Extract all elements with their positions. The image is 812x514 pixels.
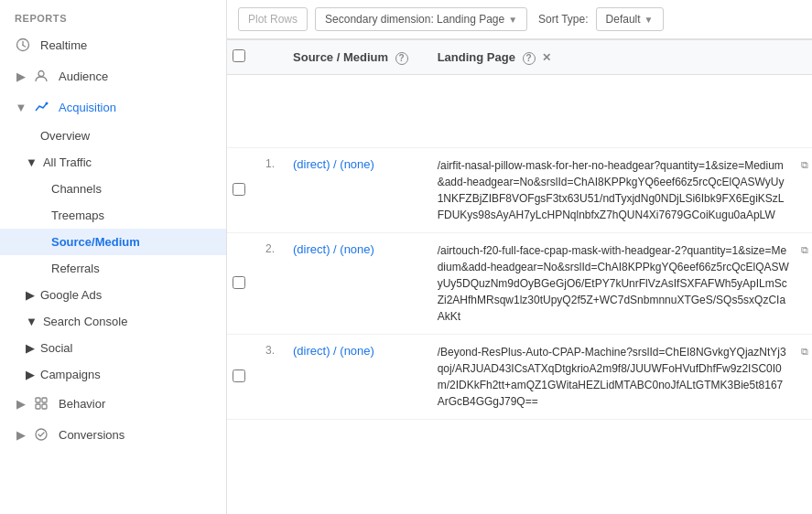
sidebar-item-audience[interactable]: ▶ Audience — [0, 60, 226, 91]
col-source-medium-header: Source / Medium ? — [282, 40, 427, 75]
source-medium-cell: (direct) / (none) — [282, 335, 427, 420]
data-table: Source / Medium ? Landing Page ? ✕ 1. (d… — [227, 39, 812, 420]
select-all-checkbox[interactable] — [233, 49, 245, 62]
chevron-right-icon: ▶ — [15, 70, 27, 82]
clock-icon — [15, 37, 31, 53]
sidebar-item-social[interactable]: ▶ Social — [0, 335, 226, 361]
sidebar-item-social-label: Social — [40, 341, 72, 355]
svg-rect-6 — [42, 398, 47, 402]
table-row: 3. (direct) / (none) /Beyond-ResPlus-Aut… — [227, 335, 812, 420]
sidebar-item-behavior-label: Behavior — [59, 397, 105, 411]
sort-default-label: Default — [606, 13, 641, 26]
sidebar-item-google-ads[interactable]: ▶ Google Ads — [0, 282, 226, 308]
sidebar-item-realtime[interactable]: Realtime — [0, 29, 226, 60]
sidebar: REPORTS Realtime ▶ Audience ▼ — [0, 0, 227, 514]
chevron-down-icon: ▼ — [15, 101, 27, 113]
row-checkbox-cell — [227, 335, 254, 420]
source-medium-help-icon[interactable]: ? — [395, 52, 408, 65]
external-link-icon[interactable]: ⧉ — [801, 344, 808, 359]
chevron-right-icon-googleads: ▶ — [26, 288, 35, 302]
svg-line-2 — [23, 46, 26, 48]
sidebar-item-channels-label: Channels — [51, 182, 102, 196]
sidebar-item-behavior[interactable]: ▶ Behavior — [0, 388, 226, 419]
sidebar-item-treemaps[interactable]: Treemaps — [0, 202, 226, 229]
chevron-down-icon-alltraffic: ▼ — [26, 155, 38, 169]
chevron-right-icon-social: ▶ — [26, 341, 35, 355]
sidebar-item-audience-label: Audience — [59, 70, 108, 83]
sidebar-item-all-traffic[interactable]: ▼ All Traffic — [0, 149, 226, 176]
sidebar-item-treemaps-label: Treemaps — [51, 209, 104, 222]
landing-page-help-icon[interactable]: ? — [523, 52, 536, 65]
sidebar-item-source-medium[interactable]: Source/Medium — [0, 229, 226, 255]
table-row: 1. (direct) / (none) /airfit-nasal-pillo… — [227, 148, 812, 233]
sidebar-item-all-traffic-label: All Traffic — [43, 155, 92, 169]
sidebar-item-conversions[interactable]: ▶ Conversions — [0, 419, 226, 450]
row-checkbox[interactable] — [233, 276, 245, 289]
sort-type-label: Sort Type: — [538, 13, 588, 26]
sidebar-item-campaigns[interactable]: ▶ Campaigns — [0, 361, 226, 388]
secondary-dimension-dropdown[interactable]: Secondary dimension: Landing Page ▼ — [315, 7, 527, 31]
data-table-area: Source / Medium ? Landing Page ? ✕ 1. (d… — [227, 39, 812, 514]
sort-type-dropdown[interactable]: Default ▼ — [596, 7, 664, 31]
external-link-icon[interactable]: ⧉ — [801, 242, 808, 258]
row-num: 2. — [254, 233, 282, 335]
sidebar-item-referrals[interactable]: Referrals — [0, 255, 226, 282]
sidebar-item-acquisition-label: Acquisition — [59, 101, 116, 114]
acquisition-icon — [33, 99, 49, 115]
sort-caret: ▼ — [644, 15, 654, 25]
landing-page-cell: /airtouch-f20-full-face-cpap-mask-with-h… — [427, 233, 812, 335]
sidebar-item-channels[interactable]: Channels — [0, 176, 226, 202]
sidebar-item-referrals-label: Referrals — [51, 262, 100, 275]
source-medium-link[interactable]: (direct) / (none) — [293, 157, 374, 171]
secondary-dimension-caret: ▼ — [508, 15, 517, 25]
svg-rect-5 — [36, 398, 40, 402]
row-num: 1. — [254, 148, 282, 233]
source-medium-link[interactable]: (direct) / (none) — [293, 242, 374, 256]
chevron-right-icon-campaigns: ▶ — [26, 368, 35, 381]
behavior-icon — [33, 395, 49, 412]
chevron-right-icon-conversions: ▶ — [15, 428, 27, 441]
svg-point-3 — [38, 71, 44, 77]
chevron-right-icon-behavior: ▶ — [15, 397, 27, 410]
col-checkbox — [227, 40, 254, 75]
landing-page-close-icon[interactable]: ✕ — [540, 51, 553, 64]
col-landing-page-header: Landing Page ? ✕ — [427, 40, 812, 75]
row-checkbox[interactable] — [233, 183, 245, 196]
sidebar-item-campaigns-label: Campaigns — [40, 368, 101, 381]
sidebar-item-google-ads-label: Google Ads — [40, 288, 102, 302]
source-medium-cell: (direct) / (none) — [282, 233, 427, 335]
chevron-down-icon-searchconsole: ▼ — [26, 315, 38, 328]
source-medium-link[interactable]: (direct) / (none) — [293, 344, 374, 358]
table-row: 2. (direct) / (none) /airtouch-f20-full-… — [227, 233, 812, 335]
svg-rect-7 — [36, 404, 40, 409]
row-checkbox-cell — [227, 233, 254, 335]
landing-page-cell: /Beyond-ResPlus-Auto-CPAP-Machine?srslId… — [427, 335, 812, 420]
landing-page-cell: /airfit-nasal-pillow-mask-for-her-no-hea… — [427, 148, 812, 233]
sidebar-item-conversions-label: Conversions — [59, 428, 125, 442]
toolbar: Plot Rows Secondary dimension: Landing P… — [227, 0, 812, 39]
sidebar-item-realtime-label: Realtime — [40, 38, 87, 52]
svg-rect-8 — [42, 404, 47, 409]
conversions-icon — [33, 426, 49, 443]
external-link-icon[interactable]: ⧉ — [801, 157, 808, 173]
svg-point-4 — [46, 102, 49, 105]
sidebar-item-search-console-label: Search Console — [43, 315, 128, 328]
main-content: Plot Rows Secondary dimension: Landing P… — [227, 0, 812, 514]
person-icon — [33, 68, 49, 84]
sidebar-item-acquisition[interactable]: ▼ Acquisition — [0, 91, 226, 123]
sidebar-item-overview-label: Overview — [40, 129, 90, 143]
sidebar-item-search-console[interactable]: ▼ Search Console — [0, 308, 226, 335]
plot-rows-button[interactable]: Plot Rows — [238, 7, 308, 31]
sidebar-item-overview[interactable]: Overview — [0, 123, 226, 149]
sidebar-item-source-medium-label: Source/Medium — [51, 235, 140, 249]
reports-label: REPORTS — [0, 0, 226, 29]
row-num: 3. — [254, 335, 282, 420]
row-checkbox[interactable] — [233, 369, 245, 382]
svg-point-9 — [36, 429, 47, 440]
secondary-dimension-label: Secondary dimension: Landing Page — [325, 13, 504, 26]
col-num-header — [254, 40, 282, 75]
row-checkbox-cell — [227, 148, 254, 233]
source-medium-cell: (direct) / (none) — [282, 148, 427, 233]
